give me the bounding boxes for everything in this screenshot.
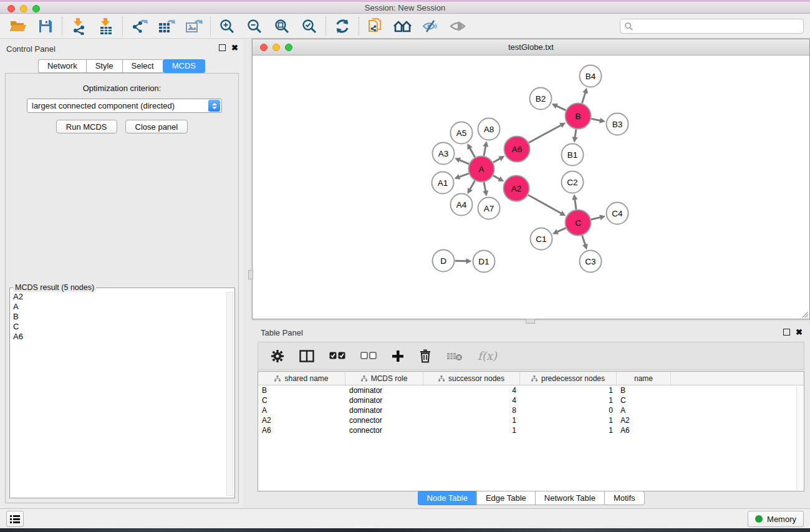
zoom-fit-icon[interactable] [272,17,291,36]
memory-button[interactable]: Memory [748,511,804,527]
tab-mcds[interactable]: MCDS [163,59,205,73]
task-history-button[interactable] [6,511,24,527]
result-list-item[interactable]: B [11,312,226,322]
edge-A-A7[interactable] [484,182,486,191]
table-cell[interactable]: 1 [423,415,520,425]
column-header-MCDS-role[interactable]: MCDS role [345,372,423,385]
column-header-predecessor-nodes[interactable]: predecessor nodes [520,372,617,385]
eye-icon[interactable] [448,17,467,36]
left-dock-handle[interactable] [248,270,253,279]
export-image-icon[interactable] [185,17,203,36]
float-panel-icon[interactable] [783,329,790,336]
table-cell[interactable]: 1 [423,425,520,435]
edge-A-A6[interactable] [493,158,501,163]
import-table-icon[interactable] [97,17,115,36]
table-cell[interactable]: 4 [423,385,520,395]
optimization-criterion-dropdown[interactable]: largest connected component (directed) [27,99,222,113]
duplicate-network-icon[interactable] [366,17,385,36]
edge-C-C2[interactable] [575,199,576,209]
table-cell[interactable]: B [258,385,345,395]
zoom-selected-icon[interactable] [300,17,319,36]
edge-A-A4[interactable] [470,181,475,190]
gear-icon[interactable] [271,349,284,363]
export-network-icon[interactable] [130,17,148,36]
save-icon[interactable] [36,17,55,36]
table-cell[interactable]: dominator [345,385,423,395]
table-cell[interactable]: 8 [423,405,520,415]
table-cell[interactable]: dominator [345,405,423,415]
table-cell[interactable]: A [617,405,671,415]
refresh-icon[interactable] [333,17,352,36]
add-icon[interactable] [392,350,404,362]
table-cell[interactable]: A6 [617,425,671,435]
edge-B-B2[interactable] [556,106,566,110]
table-row[interactable]: A2connector11A2 [258,415,804,425]
tab-style[interactable]: Style [86,59,122,73]
select-all-icon[interactable] [329,352,345,360]
edge-A-A3[interactable] [459,160,469,163]
close-panel-icon[interactable]: ✖ [231,44,238,51]
edge-B-B3[interactable] [591,118,600,120]
zoom-in-icon[interactable] [218,17,236,36]
list-scrollbar[interactable] [226,292,233,496]
home-icon[interactable] [393,17,412,36]
tab-network-table[interactable]: Network Table [535,491,604,505]
tab-network[interactable]: Network [38,59,86,73]
run-mcds-button[interactable]: Run MCDS [56,120,117,133]
resize-grip-icon[interactable] [800,309,809,318]
delete-table-icon[interactable] [446,351,463,362]
search-input[interactable] [620,19,804,34]
network-canvas[interactable]: B4B2BB3A8A5A6A3B1AC2A1A2A4A7C4CC1DD1C3 [253,56,809,319]
edge-A6-B[interactable] [529,125,561,143]
column-header-successor-nodes[interactable]: successor nodes [423,372,520,385]
search-field[interactable] [634,20,803,32]
tab-node-table[interactable]: Node Table [417,491,476,505]
table-cell[interactable]: A6 [258,425,345,435]
import-network-icon[interactable] [69,17,88,36]
table-cell[interactable]: connector [345,415,423,425]
table-cell[interactable]: 1 [520,385,617,395]
trash-icon[interactable] [419,349,432,363]
open-folder-icon[interactable] [9,17,27,36]
close-panel-icon[interactable]: ✖ [796,329,803,336]
function-icon[interactable]: f(x) [478,349,497,362]
table-scrollbar[interactable] [796,386,803,490]
edge-C-C4[interactable] [591,217,600,220]
mcds-result-list[interactable]: A2ABCA6 [11,292,226,496]
table-row[interactable]: A6connector11A6 [258,425,804,435]
column-header-name[interactable]: name [617,372,671,385]
table-cell[interactable]: B [617,385,671,395]
edge-A2-C[interactable] [528,195,562,213]
edge-B-B4[interactable] [582,92,585,103]
edge-A-A8[interactable] [484,146,486,156]
network-window-titlebar[interactable]: testGlobe.txt [253,39,809,56]
table-cell[interactable]: 0 [520,405,617,415]
result-list-item[interactable]: C [11,322,226,332]
table-cell[interactable]: dominator [345,395,423,405]
table-cell[interactable]: A2 [258,415,345,425]
close-panel-button[interactable]: Close panel [125,120,188,133]
table-cell[interactable]: 1 [520,415,617,425]
table-cell[interactable]: A2 [617,415,671,425]
table-cell[interactable]: 1 [520,425,617,435]
edge-C-C3[interactable] [582,235,586,244]
float-panel-icon[interactable] [219,44,226,51]
table-row[interactable]: Adominator80A [258,405,804,415]
edge-C-C1[interactable] [557,228,566,232]
table-cell[interactable]: 1 [520,395,617,405]
network-graph[interactable]: B4B2BB3A8A5A6A3B1AC2A1A2A4A7C4CC1DD1C3 [253,56,809,319]
bottom-dock-handle[interactable] [526,319,535,324]
table-row[interactable]: Bdominator41B [258,385,804,395]
tab-motifs[interactable]: Motifs [604,491,645,505]
edge-B-B1[interactable] [575,129,576,138]
table-cell[interactable]: A [258,405,345,415]
export-table-icon[interactable] [157,17,176,36]
hide-details-icon[interactable] [421,17,440,36]
edge-A-A1[interactable] [459,173,469,177]
zoom-out-icon[interactable] [245,17,264,36]
deselect-all-icon[interactable] [360,352,377,360]
edge-A-A5[interactable] [470,148,475,157]
result-list-item[interactable]: A6 [11,332,226,342]
column-header-shared-name[interactable]: shared name [258,372,345,385]
table-row[interactable]: Cdominator41C [258,395,804,405]
